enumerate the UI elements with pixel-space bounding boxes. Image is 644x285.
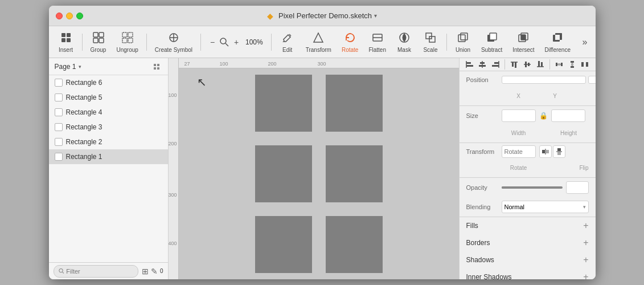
- opacity-section: Opacity Blending Normal ▾: [460, 178, 596, 217]
- search-box[interactable]: [54, 265, 138, 278]
- layer-checkbox-rectangle3[interactable]: [55, 123, 63, 131]
- align-center-h-button[interactable]: [477, 58, 489, 71]
- layer-item-rectangle5[interactable]: Rectangle 5: [49, 90, 168, 105]
- zoom-value: 100%: [243, 38, 265, 46]
- layer-checkbox-rectangle2[interactable]: [55, 138, 63, 146]
- subtract-button[interactable]: Subtract: [477, 29, 507, 55]
- borders-section-header[interactable]: Borders +: [460, 234, 596, 251]
- edit-button[interactable]: Edit: [275, 29, 300, 55]
- flatten-label: Flatten: [368, 47, 386, 53]
- svg-rect-33: [555, 35, 560, 40]
- create-symbol-label: Create Symbol: [155, 47, 192, 53]
- close-button[interactable]: [56, 13, 63, 19]
- ungroup-button[interactable]: Ungroup: [112, 29, 143, 55]
- lock-icon[interactable]: 🔒: [538, 112, 549, 120]
- layer-checkbox-rectangle1[interactable]: [55, 153, 63, 161]
- transform-button[interactable]: Transform: [301, 29, 336, 55]
- align-middle-v-button[interactable]: [522, 58, 534, 71]
- rotate-input[interactable]: [502, 145, 536, 158]
- svg-rect-56: [541, 62, 543, 67]
- align-left-button[interactable]: [464, 58, 476, 71]
- width-sub-label: Width: [502, 130, 536, 136]
- align-bottom-button[interactable]: [534, 58, 546, 71]
- svg-rect-55: [538, 61, 540, 67]
- size-height-input[interactable]: [551, 109, 585, 122]
- svg-rect-5: [99, 32, 104, 37]
- flatten-button[interactable]: Flatten: [364, 29, 391, 55]
- edit-layer-icon[interactable]: ✎: [151, 267, 158, 276]
- layers-icon[interactable]: ⊞: [142, 267, 149, 276]
- mask-button[interactable]: Mask: [392, 29, 417, 55]
- svg-rect-11: [128, 38, 133, 43]
- distribute-h-button[interactable]: [553, 58, 565, 71]
- shadows-add-icon[interactable]: +: [583, 255, 588, 265]
- layer-item-rectangle3[interactable]: Rectangle 3: [49, 120, 168, 135]
- create-symbol-button[interactable]: Create Symbol: [150, 29, 197, 55]
- inner-shadows-add-icon[interactable]: +: [583, 272, 588, 279]
- layer-name-rectangle3: Rectangle 3: [66, 123, 102, 131]
- svg-rect-22: [426, 33, 432, 39]
- flip-horizontal-button[interactable]: [539, 145, 552, 158]
- svg-rect-24: [458, 35, 465, 42]
- insert-button[interactable]: Insert: [54, 29, 79, 55]
- canvas-rectangle-6[interactable]: [326, 216, 383, 273]
- opacity-slider[interactable]: [502, 186, 563, 189]
- layer-checkbox-rectangle5[interactable]: [55, 93, 63, 101]
- canvas-rectangle-3[interactable]: [255, 145, 312, 202]
- page-chevron-icon[interactable]: ▾: [79, 64, 81, 70]
- opacity-value-input[interactable]: [566, 181, 589, 194]
- minimize-button[interactable]: [66, 13, 73, 19]
- blending-chevron-icon: ▾: [583, 204, 586, 210]
- align-top-button[interactable]: [508, 58, 520, 71]
- distribute-v-button[interactable]: [566, 58, 578, 71]
- fills-add-icon[interactable]: +: [583, 221, 588, 231]
- page-name[interactable]: Page 1: [55, 63, 76, 71]
- svg-line-39: [62, 272, 63, 273]
- more-button[interactable]: »: [579, 35, 591, 50]
- blending-value: Normal: [504, 203, 524, 210]
- group-button[interactable]: Group: [86, 29, 111, 55]
- layer-item-rectangle6[interactable]: Rectangle 6: [49, 75, 168, 90]
- distribute-h2-button[interactable]: [579, 58, 591, 71]
- layer-checkbox-rectangle6[interactable]: [55, 79, 63, 87]
- layer-item-rectangle4[interactable]: Rectangle 4: [49, 105, 168, 120]
- union-button[interactable]: Union: [450, 29, 475, 55]
- maximize-button[interactable]: [76, 13, 83, 19]
- position-x-input[interactable]: [502, 76, 586, 84]
- title-chevron-icon[interactable]: ▾: [374, 13, 377, 19]
- layer-checkbox-rectangle4[interactable]: [55, 108, 63, 116]
- zoom-minus-button[interactable]: −: [207, 36, 218, 48]
- scale-button[interactable]: Scale: [418, 29, 443, 55]
- intersect-button[interactable]: Intersect: [508, 29, 539, 55]
- layer-item-rectangle1[interactable]: Rectangle 1: [49, 149, 168, 164]
- canvas-rectangle-2[interactable]: [326, 75, 383, 132]
- inner-shadows-section-header[interactable]: Inner Shadows +: [460, 268, 596, 279]
- layer-count-badge: 0: [160, 268, 163, 274]
- canvas-rectangle-4[interactable]: [326, 145, 383, 202]
- layer-item-rectangle2[interactable]: Rectangle 2: [49, 135, 168, 149]
- intersect-label: Intersect: [512, 47, 534, 53]
- blending-select[interactable]: Normal ▾: [502, 201, 589, 213]
- canvas-area[interactable]: 27 100 200 300 100 200 300 400 ↖: [169, 58, 459, 279]
- blending-label: Blending: [466, 203, 498, 210]
- position-y-input[interactable]: [588, 76, 596, 84]
- fills-section-header[interactable]: Fills +: [460, 217, 596, 234]
- shadows-section-header[interactable]: Shadows +: [460, 251, 596, 268]
- canvas-rectangle-5[interactable]: [255, 216, 312, 273]
- difference-button[interactable]: Difference: [540, 29, 575, 55]
- sidebar-page-action-button[interactable]: [151, 61, 162, 72]
- subtract-label: Subtract: [481, 47, 502, 53]
- x-sub-label: X: [502, 93, 536, 99]
- align-right-button[interactable]: [490, 58, 502, 71]
- zoom-plus-button[interactable]: +: [231, 36, 242, 48]
- size-width-input[interactable]: [502, 109, 536, 122]
- flip-vertical-button[interactable]: [553, 145, 565, 158]
- borders-add-icon[interactable]: +: [583, 238, 588, 248]
- layer-name-rectangle2: Rectangle 2: [66, 138, 102, 146]
- filter-input[interactable]: [66, 268, 133, 275]
- canvas-rectangle-1[interactable]: [255, 75, 312, 132]
- size-wh: 🔒: [502, 109, 589, 122]
- rotate-button[interactable]: Rotate: [337, 29, 363, 55]
- intersect-icon: [517, 31, 530, 46]
- edit-icon: [281, 31, 294, 46]
